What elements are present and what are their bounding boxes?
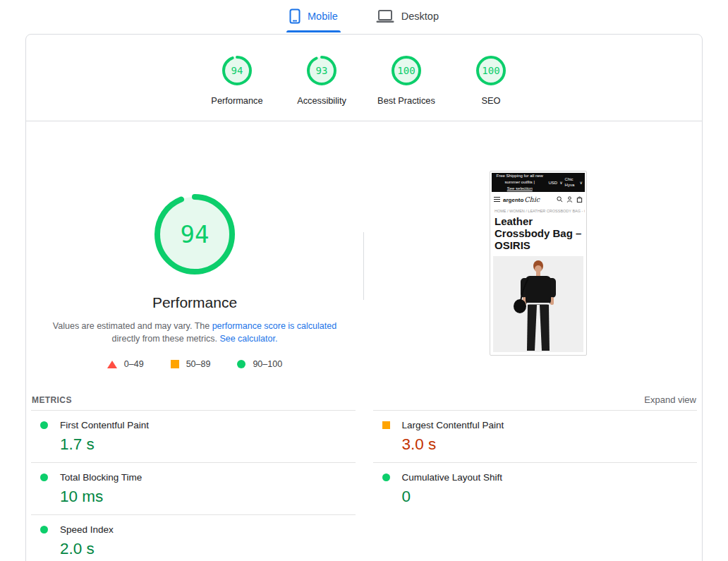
seo-score-label: SEO — [481, 95, 500, 106]
seo-score-value: 100 — [475, 55, 506, 86]
performance-main-score: 94 — [153, 193, 236, 276]
brand-name: argento — [503, 197, 523, 203]
accessibility-score-label: Accessibility — [297, 95, 346, 106]
score-range-legend: 0–49 50–89 90–100 — [107, 359, 282, 369]
metric-row-fcp: First Contentful Paint 1.7 s — [31, 410, 356, 462]
metric-value: 1.7 s — [60, 435, 356, 454]
average-square-icon — [382, 421, 390, 429]
active-tab-underline — [286, 30, 341, 32]
pass-circle-icon — [237, 360, 245, 368]
metric-row-speed-index: Speed Index 2.0 s — [31, 514, 356, 561]
pass-range-label: 90–100 — [253, 359, 282, 369]
banner-caret-1: ∨ — [559, 180, 562, 185]
banner-caret-2: ∨ — [580, 180, 583, 185]
metric-name: Speed Index — [60, 524, 114, 535]
thumbnail-breadcrumb: HOME / WOMEN / LEATHER CROSSBODY BAG - O… — [492, 206, 585, 214]
desktop-laptop-icon — [376, 9, 394, 23]
metric-name: Largest Contentful Paint — [402, 420, 504, 430]
performance-main-gauge: 94 — [153, 193, 236, 276]
accessibility-score-gauge: 93 — [306, 55, 337, 86]
pass-circle-icon — [382, 473, 390, 481]
metric-row-tbt: Total Blocking Time 10 ms — [31, 462, 356, 514]
tab-mobile[interactable]: Mobile — [286, 6, 341, 32]
account-icon — [566, 196, 573, 203]
score-item-seo[interactable]: 100 SEO — [449, 55, 533, 106]
explanation-text-1: Values are estimated and may vary. The — [53, 321, 212, 331]
score-item-accessibility[interactable]: 93 Accessibility — [279, 55, 364, 106]
vertical-divider — [363, 232, 364, 300]
metric-value: 0 — [402, 488, 698, 506]
tab-desktop-label: Desktop — [401, 11, 439, 22]
metrics-column-left: First Contentful Paint 1.7 s Total Block… — [31, 410, 356, 561]
performance-score-gauge: 94 — [222, 55, 253, 86]
metric-name: Total Blocking Time — [60, 472, 142, 483]
model-illustration — [494, 259, 583, 352]
thumbnail-product-image — [493, 256, 583, 352]
performance-summary-section: 94 Performance Values are estimated and … — [26, 121, 702, 391]
thumbnail-brand-logo: argento Chic — [503, 195, 540, 203]
pass-circle-icon — [40, 526, 48, 533]
metric-row-lcp: Largest Contentful Paint 3.0 s — [373, 410, 698, 462]
metrics-grid: First Contentful Paint 1.7 s Total Block… — [31, 410, 697, 561]
pass-circle-icon — [40, 421, 48, 429]
brand-suffix: Chic — [524, 195, 540, 203]
legend-item-pass: 90–100 — [237, 359, 282, 369]
performance-gauge-pane: 94 Performance Values are estimated and … — [26, 121, 363, 391]
average-range-label: 50–89 — [186, 359, 211, 369]
thumbnail-promo-banner: Free Shipping for all new summer outfits… — [492, 173, 585, 192]
thumbnail-banner-controls: USD ∨ Chic Hyva ∨ — [549, 177, 583, 187]
score-item-best-practices[interactable]: 100 Best Practices — [364, 55, 449, 106]
screenshot-pane: Free Shipping for all new summer outfits… — [363, 121, 702, 391]
metric-value: 3.0 s — [402, 435, 698, 454]
mobile-phone-icon — [289, 8, 301, 24]
metrics-column-right: Largest Contentful Paint 3.0 s Cumulativ… — [373, 410, 698, 561]
explanation-text-2: directly from these metrics. — [112, 334, 220, 344]
metrics-heading: METRICS — [32, 395, 72, 405]
thumbnail-site-header: argento Chic — [492, 192, 585, 206]
best-practices-score-label: Best Practices — [377, 95, 435, 106]
banner-store: Chic Hyva — [565, 177, 578, 187]
category-scores-row: 94 Performance 93 Accessibility 100 — [26, 35, 702, 106]
best-practices-score-value: 100 — [391, 55, 422, 86]
device-tabs: Mobile Desktop — [0, 0, 728, 32]
metric-value: 10 ms — [60, 488, 356, 506]
legend-item-fail: 0–49 — [107, 359, 144, 369]
accessibility-score-value: 93 — [306, 55, 337, 86]
metric-value: 2.0 s — [60, 540, 356, 558]
score-calculation-link[interactable]: performance score is calculated — [212, 321, 336, 331]
banner-see-selection: See selection — [493, 186, 547, 192]
expand-view-button[interactable]: Expand view — [644, 394, 696, 405]
performance-score-label: Performance — [211, 95, 262, 106]
tab-mobile-label: Mobile — [308, 11, 338, 22]
page-screenshot-thumbnail: Free Shipping for all new summer outfits… — [490, 171, 587, 356]
performance-section-title: Performance — [152, 294, 237, 311]
seo-score-gauge: 100 — [475, 55, 506, 86]
legend-item-average: 50–89 — [171, 359, 211, 369]
average-square-icon — [171, 360, 179, 368]
score-item-performance[interactable]: 94 Performance — [195, 55, 279, 106]
cart-bag-icon — [576, 196, 583, 203]
fail-range-label: 0–49 — [124, 359, 144, 369]
metric-name: First Contentful Paint — [60, 420, 149, 430]
fail-triangle-icon — [107, 361, 117, 368]
performance-score-value: 94 — [222, 55, 253, 86]
see-calculator-link[interactable]: See calculator. — [219, 334, 277, 344]
thumbnail-header-icons — [557, 196, 583, 203]
best-practices-score-gauge: 100 — [391, 55, 422, 86]
metrics-header: METRICS Expand view — [26, 391, 702, 410]
banner-currency: USD — [549, 181, 558, 185]
metric-row-cls: Cumulative Layout Shift 0 — [373, 462, 698, 514]
report-card: 94 Performance 93 Accessibility 100 — [25, 34, 703, 561]
tab-desktop[interactable]: Desktop — [373, 6, 442, 32]
thumbnail-banner-text: Free Shipping for all new summer outfits… — [493, 173, 547, 192]
thumbnail-product-title: Leather Crossbody Bag – OSIRIS — [492, 214, 585, 253]
banner-line: Free Shipping for all new summer outfits… — [493, 173, 547, 186]
score-explanation: Values are estimated and may vary. The p… — [47, 320, 343, 345]
search-icon — [557, 196, 563, 203]
pass-circle-icon — [40, 473, 48, 481]
metric-name: Cumulative Layout Shift — [402, 472, 503, 483]
hamburger-menu-icon — [494, 197, 500, 202]
